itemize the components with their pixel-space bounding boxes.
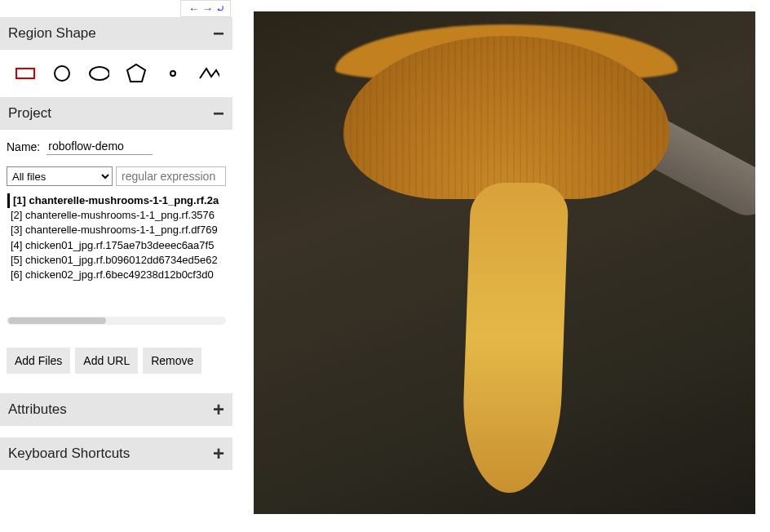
shape-circle-icon[interactable]: [52, 64, 72, 82]
file-item[interactable]: [5] chicken01_jpg.rf.b096012dd6734ed5e62: [7, 253, 225, 268]
shortcuts-title: Keyboard Shortcuts: [8, 446, 130, 462]
expand-icon[interactable]: +: [213, 449, 224, 459]
shape-point-icon[interactable]: [163, 64, 182, 82]
project-name-label: Name:: [7, 140, 40, 153]
annotation-image[interactable]: [254, 11, 755, 514]
svg-point-2: [90, 67, 109, 80]
shortcuts-header[interactable]: Keyboard Shortcuts +: [0, 437, 232, 470]
svg-marker-3: [127, 64, 145, 82]
file-item[interactable]: [4] chicken01_jpg.rf.175ae7b3deeec6aa7f5: [7, 238, 225, 253]
project-name-input[interactable]: [46, 138, 153, 155]
shape-ellipse-icon[interactable]: [88, 64, 109, 82]
project-body: Name: All files [1] chanterelle-mushroom…: [0, 130, 232, 382]
attributes-header[interactable]: Attributes +: [0, 393, 232, 426]
regex-input[interactable]: [116, 166, 226, 186]
file-list-scrollbar[interactable]: [7, 317, 226, 325]
shape-polygon-icon[interactable]: [126, 64, 147, 82]
add-url-button[interactable]: Add URL: [75, 348, 138, 374]
image-canvas[interactable]: [232, 0, 770, 532]
file-item[interactable]: [6] chicken02_jpg.rf.6bec49238d12b0cf3d0: [7, 268, 225, 282]
region-shape-header[interactable]: Region Shape −: [0, 17, 232, 50]
next-image-icon[interactable]: →: [202, 2, 213, 15]
project-header[interactable]: Project −: [0, 97, 232, 130]
add-files-button[interactable]: Add Files: [7, 348, 70, 374]
svg-point-4: [170, 71, 175, 76]
sidebar: ← → ⤾ Region Shape − Project − Name: [0, 0, 232, 532]
nav-more-icon[interactable]: ⤾: [216, 2, 225, 15]
collapse-icon[interactable]: −: [213, 109, 224, 118]
shape-toolbar: [0, 50, 232, 97]
file-item[interactable]: [1] chanterelle-mushrooms-1-1_png.rf.2a: [7, 193, 225, 208]
file-list: [1] chanterelle-mushrooms-1-1_png.rf.2a …: [7, 191, 226, 313]
file-item[interactable]: [2] chanterelle-mushrooms-1-1_png.rf.357…: [7, 208, 225, 223]
svg-rect-0: [16, 69, 34, 78]
shape-rect-icon[interactable]: [15, 64, 36, 82]
shape-polyline-icon[interactable]: [198, 64, 219, 82]
nav-arrows: ← → ⤾: [180, 0, 231, 17]
file-filter-select[interactable]: All files: [7, 166, 113, 186]
svg-point-1: [55, 66, 69, 81]
collapse-icon[interactable]: −: [213, 29, 224, 38]
attributes-title: Attributes: [8, 401, 67, 418]
region-shape-title: Region Shape: [8, 25, 96, 42]
remove-button[interactable]: Remove: [143, 348, 201, 374]
project-title: Project: [8, 105, 51, 122]
expand-icon[interactable]: +: [213, 405, 224, 415]
prev-image-icon[interactable]: ←: [188, 2, 199, 15]
file-item[interactable]: [3] chanterelle-mushrooms-1-1_png.rf.df7…: [7, 223, 225, 237]
